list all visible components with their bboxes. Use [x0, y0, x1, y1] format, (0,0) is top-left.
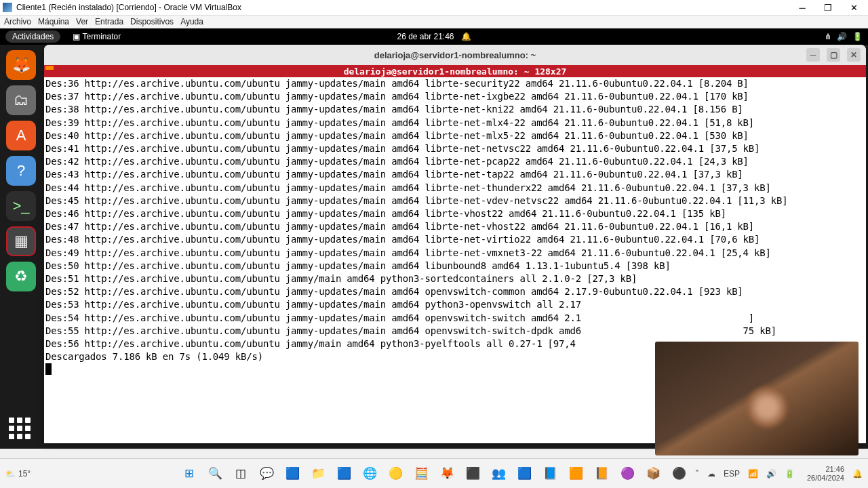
- tray-onedrive-icon[interactable]: ☁: [707, 469, 715, 479]
- dock-help[interactable]: ?: [6, 156, 36, 186]
- terminator-tab-header[interactable]: delarioja@servidor1-nombrealumno: ~ 128x…: [44, 65, 866, 77]
- chrome-icon[interactable]: 🟡: [385, 464, 406, 484]
- obs-icon[interactable]: ⚫: [669, 464, 689, 484]
- close-button[interactable]: ✕: [846, 2, 861, 13]
- terminator-icon: ▣: [73, 32, 80, 41]
- minimize-button[interactable]: ─: [795, 2, 810, 13]
- terminal-titlebar[interactable]: delarioja@servidor1-nombrealumno: ~ ─ ▢ …: [44, 45, 866, 65]
- dock-software[interactable]: A: [6, 121, 36, 150]
- menu-maquina[interactable]: Máquina: [38, 17, 69, 26]
- tray-battery-icon[interactable]: 🔋: [785, 469, 795, 479]
- tray-chevron-icon[interactable]: ˄: [695, 469, 699, 479]
- virtualbox-titlebar: Cliente1 (Recién instalado) [Corriendo] …: [0, 0, 868, 16]
- taskbar-app-2[interactable]: 🟦: [282, 464, 302, 484]
- activities-button[interactable]: Actividades: [5, 30, 60, 43]
- clock-date[interactable]: 26 de abr 21:46: [397, 32, 454, 41]
- term-minimize-button[interactable]: ─: [806, 48, 820, 62]
- menu-archivo[interactable]: Archivo: [4, 17, 31, 26]
- maximize-button[interactable]: ❐: [821, 2, 835, 13]
- tray-language[interactable]: ESP: [724, 469, 740, 479]
- vscode-icon[interactable]: 🟦: [514, 464, 534, 484]
- taskbar-app-6[interactable]: 📙: [591, 464, 612, 484]
- tray-volume-icon[interactable]: 🔊: [766, 469, 776, 479]
- notifications-icon[interactable]: 🔔: [852, 469, 863, 479]
- dock-firefox[interactable]: 🦊: [6, 50, 36, 80]
- taskbar-app-7[interactable]: 🟣: [617, 464, 637, 484]
- dock-files[interactable]: 🗂: [6, 85, 36, 115]
- terminal-title-text: delarioja@servidor1-nombrealumno: ~: [374, 50, 536, 60]
- volume-icon[interactable]: 🔊: [837, 32, 847, 41]
- word-icon[interactable]: 📘: [540, 464, 560, 484]
- menu-dispositivos[interactable]: Dispositivos: [130, 17, 174, 26]
- terminator-tab-label: delarioja@servidor1-nombrealumno: ~ 128x…: [344, 66, 567, 77]
- term-close-button[interactable]: ✕: [847, 48, 861, 62]
- taskbar-center: ⊞ 🔍 ◫ 💬 🟦 📁 🟦 🌐 🟡 🧮 🦊 ⬛ 👥 🟦 📘 🟧 📙 🟣 📦 ⚫: [179, 464, 689, 484]
- weather-icon: ⛅: [5, 469, 16, 479]
- terminator-badge-icon: [45, 66, 54, 75]
- ubuntu-dock: 🦊 🗂 A ? >_ ▦ ♻: [0, 45, 42, 449]
- menu-ver[interactable]: Ver: [76, 17, 88, 26]
- taskbar-app-3[interactable]: 🟦: [334, 464, 354, 484]
- window-title: Cliente1 (Recién instalado) [Corriendo] …: [16, 3, 795, 12]
- taskbar-app-4[interactable]: ⬛: [462, 464, 483, 484]
- taskbar-app-1[interactable]: 💬: [256, 464, 277, 484]
- webcam-overlay: [655, 342, 859, 455]
- dock-terminal[interactable]: >_: [6, 191, 36, 221]
- explorer-icon[interactable]: 📁: [308, 464, 328, 484]
- network-icon[interactable]: ⋔: [825, 32, 831, 41]
- show-apps-button[interactable]: [9, 418, 33, 442]
- menu-entrada[interactable]: Entrada: [95, 17, 123, 26]
- virtualbox-menubar: Archivo Máquina Ver Entrada Dispositivos…: [0, 16, 868, 28]
- menu-ayuda[interactable]: Ayuda: [180, 17, 203, 26]
- virtualbox-icon: [3, 3, 12, 12]
- taskview-icon[interactable]: ◫: [231, 464, 251, 484]
- taskbar-clock[interactable]: 21:46 26/04/2024: [807, 465, 844, 483]
- power-icon[interactable]: 🔋: [852, 32, 863, 41]
- dock-terminator-active[interactable]: ▦: [6, 226, 36, 256]
- calculator-icon[interactable]: 🧮: [411, 464, 431, 484]
- app-name: Terminator: [83, 32, 121, 41]
- tray-wifi-icon[interactable]: 📶: [748, 469, 758, 479]
- taskbar-app-5[interactable]: 🟧: [566, 464, 586, 484]
- notification-icon[interactable]: 🔔: [461, 32, 471, 41]
- virtualbox-taskbar-icon[interactable]: 📦: [643, 464, 663, 484]
- edge-icon[interactable]: 🌐: [359, 464, 380, 484]
- weather-temp: 15°: [18, 469, 31, 479]
- weather-widget[interactable]: ⛅ 15°: [5, 469, 31, 479]
- clock-time: 21:46: [807, 465, 844, 474]
- gnome-topbar: Actividades ▣ Terminator 26 de abr 21:46…: [0, 28, 868, 45]
- app-indicator[interactable]: ▣ Terminator: [73, 32, 121, 41]
- term-maximize-button[interactable]: ▢: [827, 48, 840, 62]
- system-tray: ˄ ☁ ESP 📶 🔊 🔋 21:46 26/04/2024 🔔: [695, 465, 863, 483]
- clock-date: 26/04/2024: [807, 474, 844, 483]
- start-button[interactable]: ⊞: [179, 464, 199, 484]
- dock-trash[interactable]: ♻: [6, 262, 36, 291]
- search-icon[interactable]: 🔍: [205, 464, 225, 484]
- teams-icon[interactable]: 👥: [488, 464, 509, 484]
- windows-taskbar: ⛅ 15° ⊞ 🔍 ◫ 💬 🟦 📁 🟦 🌐 🟡 🧮 🦊 ⬛ 👥 🟦 📘 🟧 📙 …: [0, 458, 868, 488]
- firefox-icon[interactable]: 🦊: [437, 464, 457, 484]
